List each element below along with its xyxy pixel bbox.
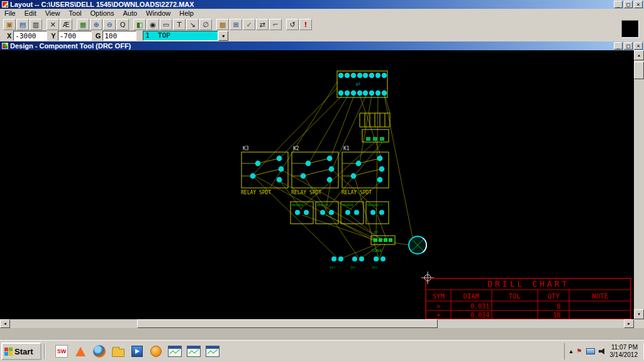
cursor-crosshair-icon bbox=[421, 272, 434, 284]
error-tool-icon[interactable]: ∅ bbox=[199, 19, 212, 30]
text-tool-icon[interactable]: T bbox=[173, 19, 186, 30]
component-small-2[interactable]: TP? bbox=[350, 256, 364, 270]
x-coordinate-input[interactable] bbox=[13, 31, 47, 41]
obstacle-tool-icon[interactable]: ▭ bbox=[160, 19, 172, 30]
menu-help[interactable]: Help bbox=[175, 9, 198, 17]
volume-icon[interactable] bbox=[599, 348, 606, 355]
relay-label: RELAY SPDT bbox=[241, 190, 271, 195]
drill-col-diam: DIAM bbox=[463, 292, 479, 300]
layer-select[interactable]: 1 TOP ▼ bbox=[143, 31, 228, 41]
scroll-up-icon[interactable]: ▲ bbox=[634, 50, 644, 60]
connection-tool-icon[interactable]: ↘ bbox=[186, 19, 199, 30]
chevron-down-icon[interactable]: ▼ bbox=[218, 31, 228, 41]
y-coordinate-input[interactable] bbox=[58, 31, 92, 41]
library-manager-icon[interactable]: ▥ bbox=[30, 19, 42, 30]
folder-icon[interactable] bbox=[111, 343, 126, 359]
query-icon[interactable]: Q bbox=[116, 19, 129, 30]
component-small-3[interactable]: TP? bbox=[372, 256, 386, 270]
design-maximize-button[interactable]: □ bbox=[624, 42, 633, 50]
relay-refdes: K1 bbox=[343, 146, 350, 151]
taskbar: Start SW ▴ ⚑ bbox=[0, 340, 644, 362]
design-window-icon[interactable] bbox=[2, 43, 8, 49]
component-circular[interactable] bbox=[409, 236, 426, 254]
drill-col-sym: SYM bbox=[433, 292, 445, 300]
component-tool-icon[interactable]: ◧ bbox=[133, 19, 146, 30]
menu-auto[interactable]: Auto bbox=[118, 9, 142, 17]
component-small-1[interactable]: TP? bbox=[330, 256, 343, 270]
menu-file[interactable]: File bbox=[0, 9, 20, 17]
close-button[interactable]: × bbox=[634, 1, 643, 8]
refresh-all-icon[interactable]: ↺ bbox=[286, 19, 299, 30]
menu-tool[interactable]: Tool bbox=[64, 9, 86, 17]
vertical-scrollbar[interactable]: ▲ ▼ bbox=[634, 50, 644, 319]
layout-window-3-icon[interactable] bbox=[205, 343, 220, 359]
drill-row-diam: 0.031 bbox=[470, 303, 489, 310]
clock-time: 11:07 PM bbox=[610, 344, 638, 351]
layer-color-swatch[interactable] bbox=[621, 20, 639, 38]
open-design-icon[interactable]: ▣ bbox=[3, 19, 16, 30]
spreadsheet-icon[interactable]: ▦ bbox=[77, 19, 89, 30]
drill-chart[interactable]: DRILL CHART SYM DIAM TOL QTY NOTE > 0.03… bbox=[426, 278, 631, 319]
pin-tool-icon[interactable]: ◉ bbox=[147, 19, 159, 30]
taskbar-clock[interactable]: 11:07 PM 3/14/2012 bbox=[610, 344, 640, 359]
drill-row-diam: 0.034 bbox=[470, 312, 489, 319]
menu-options[interactable]: Options bbox=[86, 9, 119, 17]
scroll-down-icon[interactable]: ▼ bbox=[634, 309, 644, 319]
design-window-titlebar: Design - Component Tool (DRC OFF) _ □ × bbox=[0, 41, 644, 50]
menu-view[interactable]: View bbox=[41, 9, 65, 17]
scroll-right-icon[interactable]: ► bbox=[624, 319, 634, 328]
design-window-controls: _ □ × bbox=[614, 42, 644, 50]
shove-track-icon[interactable]: ⇄ bbox=[256, 19, 269, 30]
layout-window-2-icon[interactable] bbox=[186, 343, 201, 359]
design-close-button[interactable]: × bbox=[634, 42, 643, 50]
maximize-button[interactable]: □ bbox=[624, 1, 633, 8]
minimize-button[interactable]: _ bbox=[614, 1, 623, 8]
find-text-icon[interactable]: Æ bbox=[60, 19, 72, 30]
color-settings-icon[interactable]: ▩ bbox=[216, 19, 229, 30]
y-coordinate-label: Y bbox=[51, 32, 55, 40]
component-ic[interactable]: U? bbox=[337, 71, 387, 97]
component-relay-k3[interactable]: K3 RELAY SPDT bbox=[241, 146, 288, 195]
vlc-icon[interactable] bbox=[73, 343, 88, 359]
zoom-out-icon[interactable]: ⊖ bbox=[103, 19, 116, 30]
save-design-icon[interactable]: ▤ bbox=[16, 19, 29, 30]
component-header-4[interactable]: HEADER ? bbox=[366, 202, 389, 224]
layout-app-icon[interactable] bbox=[2, 1, 8, 8]
display-settings-icon[interactable] bbox=[586, 348, 595, 354]
ic-refdes: U? bbox=[356, 82, 361, 86]
quicktime-icon[interactable] bbox=[148, 343, 164, 359]
media-player-icon[interactable] bbox=[130, 343, 145, 359]
vertical-scroll-thumb[interactable] bbox=[634, 62, 644, 79]
scroll-left-icon[interactable]: ◄ bbox=[0, 319, 10, 328]
drill-row-qty: 18 bbox=[553, 312, 560, 319]
system-tray: ▴ ⚑ 11:07 PM 3/14/2012 bbox=[564, 343, 644, 359]
horizontal-scroll-thumb[interactable] bbox=[137, 319, 438, 328]
grid-settings-icon[interactable]: ⊞ bbox=[230, 19, 242, 30]
delete-tool-icon[interactable]: ✕ bbox=[47, 19, 59, 30]
pcb-canvas[interactable]: U? bbox=[0, 50, 634, 319]
menubar: File Edit View Tool Options Auto Window … bbox=[0, 9, 644, 18]
menu-window[interactable]: Window bbox=[142, 9, 175, 17]
component-header-3[interactable]: HEADER ? bbox=[341, 202, 364, 224]
component-relay-k1[interactable]: K1 RELAY SPDT bbox=[341, 146, 389, 195]
menu-edit[interactable]: Edit bbox=[20, 9, 41, 17]
firefox-icon[interactable] bbox=[92, 343, 107, 359]
solidworks-icon[interactable]: SW bbox=[54, 343, 69, 359]
drill-col-qty: QTY bbox=[548, 292, 560, 300]
zoom-in-icon[interactable]: ⊕ bbox=[90, 19, 103, 30]
horizontal-scrollbar[interactable]: ◄ ► bbox=[0, 319, 634, 328]
flag-icon[interactable]: ⚑ bbox=[577, 348, 582, 355]
component-connector[interactable]: J? CON4 bbox=[371, 230, 395, 253]
edit-segment-icon[interactable]: ⌐ bbox=[269, 19, 282, 30]
coordinate-bar: X Y G 1 TOP ▼ bbox=[0, 30, 228, 41]
design-minimize-button[interactable]: _ bbox=[614, 42, 623, 50]
component-header-1[interactable]: HEADER ? bbox=[291, 202, 313, 224]
layer-select-value[interactable]: 1 TOP bbox=[143, 31, 218, 41]
online-drc-icon[interactable]: ✓ bbox=[243, 19, 255, 30]
hidden-icons-chevron-icon[interactable]: ▴ bbox=[570, 348, 573, 355]
grid-input[interactable] bbox=[103, 31, 136, 41]
layout-window-1-icon[interactable] bbox=[167, 343, 182, 359]
start-button[interactable]: Start bbox=[1, 343, 42, 360]
error-markers-icon[interactable]: ! bbox=[299, 19, 312, 30]
small-part-label: TP? bbox=[350, 266, 356, 270]
